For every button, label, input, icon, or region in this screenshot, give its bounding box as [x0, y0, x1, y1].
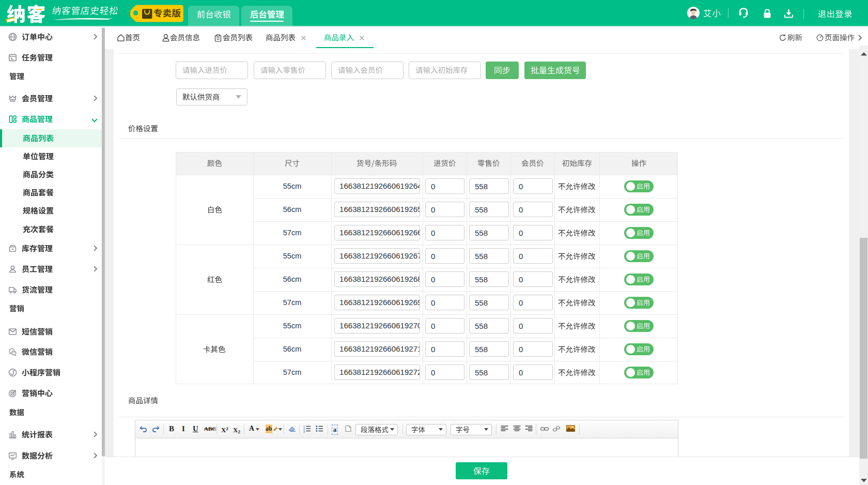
- svg-text:3: 3: [303, 430, 305, 433]
